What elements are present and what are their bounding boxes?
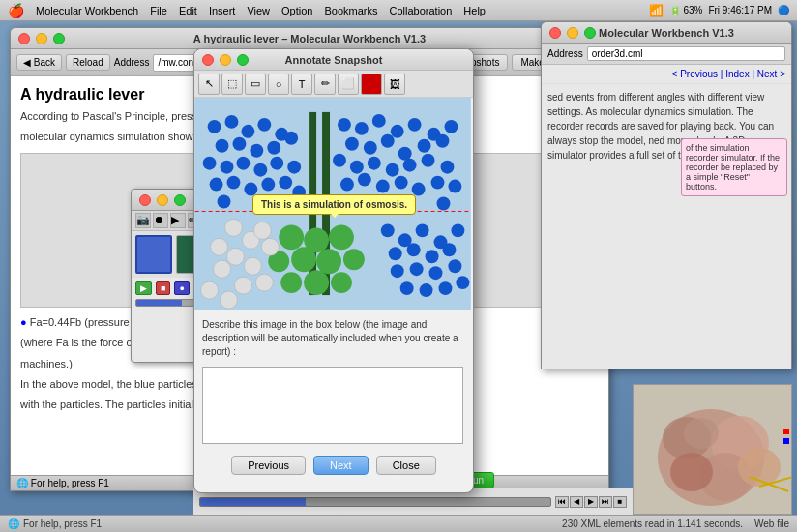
recorder-stop-btn[interactable]: ■: [156, 281, 170, 295]
back-window-minimize[interactable]: [567, 27, 578, 39]
svg-point-14: [203, 157, 217, 170]
recorder-tool-1[interactable]: 📷: [135, 213, 151, 228]
menubar-collaboration[interactable]: Collaboration: [390, 5, 453, 16]
svg-point-74: [221, 291, 238, 309]
dialog-title: Annotate Snapshot: [285, 54, 383, 66]
svg-point-4: [208, 120, 221, 133]
close-button[interactable]: Close: [376, 456, 436, 475]
svg-point-12: [267, 141, 280, 155]
main-window-close[interactable]: [18, 33, 30, 44]
svg-point-80: [389, 247, 402, 260]
svg-point-60: [331, 272, 352, 293]
progress-fill: [200, 498, 306, 506]
svg-point-17: [253, 163, 267, 177]
reload-button[interactable]: Reload: [66, 54, 110, 71]
speech-bubble: This is a simulation of osmosis.: [252, 194, 416, 215]
tool-circle[interactable]: ○: [268, 74, 289, 95]
recorder-tool-2[interactable]: ⏺: [153, 213, 168, 228]
status-help-text: For help, press F1: [23, 518, 102, 529]
annotate-dialog: Annotate Snapshot ↖ ⬚ ▭ ○ T ✏ ⬜ 🖼 Heat b…: [193, 48, 474, 493]
back-address-label: Address: [547, 48, 583, 59]
battery-indicator: 🔋 63%: [669, 5, 703, 15]
svg-point-27: [355, 122, 369, 135]
svg-point-9: [216, 139, 229, 153]
back-button[interactable]: ◀ Back: [16, 54, 62, 71]
back-browser-window: Molecular Workbench V1.3 Address order3d…: [541, 21, 792, 369]
menubar-bookmarks[interactable]: Bookmarks: [324, 5, 377, 16]
recorder-tool-3[interactable]: ▶: [170, 213, 186, 228]
status-help-icon: 🌐: [8, 518, 19, 529]
svg-point-39: [333, 154, 346, 167]
tool-eraser[interactable]: ⬜: [338, 74, 359, 95]
dialog-maximize[interactable]: [237, 54, 249, 66]
menubar-edit[interactable]: Edit: [179, 5, 197, 16]
apple-menu[interactable]: 🍎: [8, 3, 24, 18]
menubar-insert[interactable]: Insert: [209, 5, 236, 16]
menubar-view[interactable]: View: [247, 5, 270, 16]
menubar-file[interactable]: File: [150, 5, 167, 16]
dialog-close[interactable]: [202, 54, 214, 66]
back-window-close[interactable]: [549, 27, 561, 39]
status-web: Web file: [754, 518, 789, 529]
svg-point-103: [684, 418, 719, 449]
recorder-play-btn[interactable]: ▶: [135, 281, 152, 295]
previous-button[interactable]: Previous: [231, 456, 306, 475]
svg-point-81: [407, 243, 421, 256]
main-window-minimize[interactable]: [36, 33, 47, 44]
back-window-nav[interactable]: < Previous | Index | Next >: [542, 65, 791, 84]
ctrl-next[interactable]: ⏭: [599, 496, 612, 508]
tool-select[interactable]: ⬚: [221, 74, 243, 95]
recorder-close[interactable]: [139, 194, 151, 206]
progress-track[interactable]: [199, 497, 551, 507]
svg-point-6: [241, 125, 254, 138]
tool-arrow[interactable]: ↖: [198, 74, 220, 95]
svg-point-55: [329, 224, 354, 250]
svg-rect-106: [783, 429, 789, 434]
svg-point-91: [456, 276, 469, 289]
ctrl-prev[interactable]: ◀: [570, 496, 583, 508]
menubar-molecular-workbench[interactable]: Molecular Workbench: [36, 5, 138, 16]
dialog-textarea[interactable]: [202, 367, 463, 444]
svg-point-18: [270, 157, 283, 170]
global-status-bar: 🌐 For help, press F1 230 XML elements re…: [0, 515, 797, 532]
svg-point-72: [255, 274, 273, 291]
svg-point-84: [391, 264, 404, 278]
recorder-thumb-1[interactable]: [135, 235, 172, 274]
simulation-canvas: Heat bath Vapor Liquid: [194, 98, 471, 310]
tool-pen[interactable]: ✏: [314, 74, 336, 95]
recorder-minimize[interactable]: [157, 194, 168, 206]
svg-point-13: [284, 132, 298, 145]
next-button[interactable]: Next: [313, 456, 369, 475]
svg-point-95: [218, 195, 231, 209]
tool-image[interactable]: 🖼: [384, 74, 405, 95]
recorder-rec-btn[interactable]: ●: [174, 281, 189, 295]
back-window-toolbar: Address order3d.cml: [542, 44, 791, 65]
tool-text[interactable]: T: [291, 74, 312, 95]
bluetooth-icon: 🔵: [778, 5, 789, 15]
molecule-3d-area: [633, 384, 792, 515]
tool-color[interactable]: [361, 74, 382, 95]
dialog-minimize[interactable]: [220, 54, 231, 66]
back-window-maximize[interactable]: [584, 27, 596, 39]
svg-point-62: [343, 249, 365, 270]
svg-point-53: [279, 224, 304, 250]
svg-point-30: [408, 118, 422, 132]
svg-point-43: [403, 159, 417, 172]
svg-point-42: [386, 163, 399, 177]
menubar-help[interactable]: Help: [463, 5, 486, 16]
main-window-maximize[interactable]: [53, 33, 65, 44]
back-address-value[interactable]: order3d.cml: [587, 46, 785, 61]
svg-point-71: [234, 277, 251, 294]
svg-point-88: [400, 281, 414, 295]
tool-rectangle[interactable]: ▭: [245, 74, 266, 95]
menubar-option[interactable]: Option: [281, 5, 312, 16]
ctrl-stop[interactable]: ■: [613, 496, 627, 508]
back-window-titlebar: Molecular Workbench V1.3: [542, 22, 791, 44]
svg-point-24: [279, 176, 292, 190]
svg-point-56: [291, 247, 316, 272]
recorder-maximize[interactable]: [174, 194, 186, 206]
ctrl-rewind[interactable]: ⏮: [555, 496, 569, 508]
ctrl-play[interactable]: ▶: [584, 496, 598, 508]
svg-point-5: [225, 115, 239, 129]
svg-point-29: [391, 125, 404, 138]
